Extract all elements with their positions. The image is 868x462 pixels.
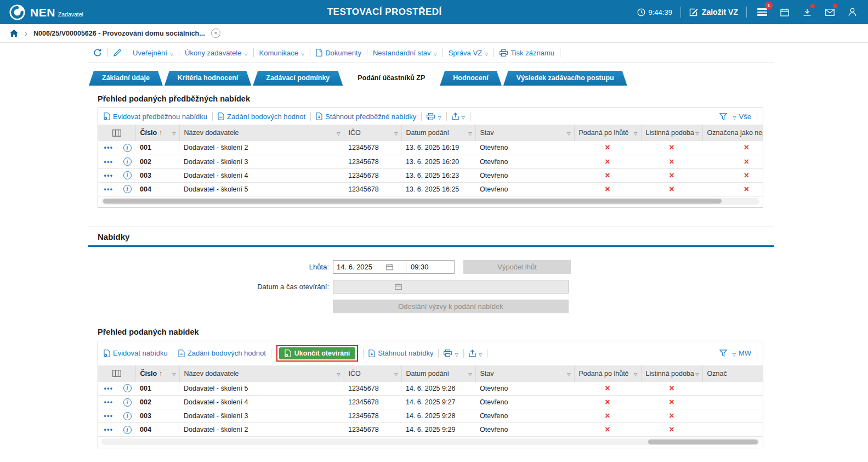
enter-points-button[interactable]: Zadání bodových hodnot bbox=[178, 349, 266, 357]
table-row[interactable]: 003 Dodavatel - školení 4 12345678 13. 6… bbox=[98, 168, 763, 182]
filter-arrow-icon[interactable] bbox=[695, 129, 699, 137]
column-settings-button[interactable] bbox=[98, 129, 135, 137]
menu-sprava-vz[interactable]: Správa VZ bbox=[449, 48, 489, 57]
row-menu-button[interactable] bbox=[104, 398, 113, 406]
table-row[interactable]: 004 Dodavatel - školení 2 12345678 14. 6… bbox=[98, 423, 763, 437]
row-menu-button[interactable] bbox=[104, 426, 113, 433]
downloads-button[interactable] bbox=[800, 5, 814, 19]
menu-komunikace[interactable]: Komunikace bbox=[259, 48, 305, 57]
menu-uverejneni[interactable]: Uveřejnění bbox=[133, 48, 173, 57]
col-header-oznacena[interactable]: Označ bbox=[702, 365, 763, 382]
deadline-date-input[interactable] bbox=[337, 263, 384, 271]
filter-arrow-icon[interactable] bbox=[468, 129, 472, 137]
table-row[interactable]: 002 Dodavatel - školení 4 12345678 14. 6… bbox=[98, 396, 763, 409]
print-table-button[interactable] bbox=[444, 349, 458, 358]
opening-datetime-field[interactable] bbox=[333, 280, 569, 294]
col-header-podana-po-lhute[interactable]: Podaná po lhůtě bbox=[574, 365, 641, 382]
info-icon[interactable] bbox=[123, 144, 132, 152]
filter-arrow-icon[interactable] bbox=[468, 370, 472, 378]
row-menu-button[interactable] bbox=[104, 385, 113, 392]
table-row[interactable]: 002 Dodavatel - školení 3 12345678 13. 6… bbox=[98, 155, 763, 168]
close-record-button[interactable] bbox=[211, 29, 220, 38]
menu-dokumenty[interactable]: Dokumenty bbox=[316, 49, 361, 57]
col-header-datum-podani[interactable]: Datum podání bbox=[401, 125, 475, 141]
filter-arrow-icon[interactable] bbox=[567, 129, 570, 137]
create-vz-button[interactable]: Založit VZ bbox=[689, 8, 738, 16]
download-bids-button[interactable]: Stáhnout nabídky bbox=[368, 349, 433, 357]
menu-ukony-zadavatele[interactable]: Úkony zadavatele bbox=[185, 48, 248, 57]
filter-arrow-icon[interactable] bbox=[172, 129, 175, 137]
col-header-nazev-dodavatele[interactable]: Název dodavatele bbox=[179, 365, 344, 382]
register-prelim-bid-button[interactable]: Evidovat předběžnou nabídku bbox=[104, 112, 207, 121]
col-header-datum-podani[interactable]: Datum podání bbox=[401, 365, 475, 382]
scrollbar-thumb[interactable] bbox=[103, 199, 722, 204]
menu-tisk-zaznamu[interactable]: Tisk záznamu bbox=[500, 49, 554, 57]
nen-logo[interactable]: NEN Zadavatel bbox=[9, 4, 83, 21]
tab-podani-ucastniku-zp[interactable]: Podání účastníků ZP bbox=[344, 71, 438, 86]
row-menu-button[interactable] bbox=[104, 144, 113, 151]
calendar-button[interactable] bbox=[778, 5, 792, 19]
home-button[interactable] bbox=[9, 29, 19, 37]
filter-arrow-icon[interactable] bbox=[394, 129, 398, 137]
col-header-stav[interactable]: Stav bbox=[475, 365, 574, 382]
enter-points-button[interactable]: Zadání bodových hodnot bbox=[218, 112, 305, 121]
table-row[interactable]: 001 Dodavatel - školení 2 12345678 13. 6… bbox=[98, 141, 763, 155]
row-menu-button[interactable] bbox=[104, 158, 113, 166]
table-row[interactable]: 004 Dodavatel - školení 5 12345678 13. 6… bbox=[98, 182, 763, 196]
end-opening-button[interactable]: Ukončit otevírání bbox=[279, 347, 355, 359]
tab-zadavaci-podminky[interactable]: Zadávací podmínky bbox=[253, 71, 343, 86]
row-menu-button[interactable] bbox=[104, 412, 113, 420]
breadcrumb-record[interactable]: N006/25/V00005626 - Provozování domu soc… bbox=[33, 30, 205, 37]
col-header-cislo[interactable]: Číslo bbox=[135, 125, 179, 141]
scrollbar-thumb[interactable] bbox=[648, 440, 758, 444]
download-prelim-bids-button[interactable]: Stáhnout předběžné nabídky bbox=[316, 112, 416, 121]
horizontal-scrollbar[interactable] bbox=[101, 438, 759, 445]
view-filter-select[interactable]: MW bbox=[733, 349, 751, 358]
info-icon[interactable] bbox=[123, 185, 132, 193]
info-icon[interactable] bbox=[123, 384, 132, 392]
register-bid-button[interactable]: Evidovat nabídku bbox=[104, 349, 168, 357]
tab-vysledek-zadavaciho-postupu[interactable]: Výsledek zadávacího postupu bbox=[503, 71, 627, 86]
col-header-ico[interactable]: IČO bbox=[344, 125, 401, 141]
horizontal-scrollbar[interactable] bbox=[101, 198, 759, 205]
col-header-listinna-podoba[interactable]: Listinná podoba bbox=[641, 125, 702, 141]
deadline-time-input[interactable] bbox=[411, 263, 444, 271]
menu-button[interactable]: 1 bbox=[755, 5, 769, 19]
edit-record-button[interactable] bbox=[114, 49, 121, 57]
filter-button[interactable] bbox=[719, 350, 727, 357]
info-icon[interactable] bbox=[123, 426, 132, 434]
table-row[interactable]: 003 Dodavatel - školení 3 12345678 14. 6… bbox=[98, 409, 763, 423]
calc-deadlines-button[interactable]: Výpočet lhůt bbox=[463, 260, 571, 274]
tab-hodnoceni[interactable]: Hodnocení bbox=[440, 71, 502, 86]
messages-button[interactable] bbox=[822, 5, 837, 19]
filter-arrow-icon[interactable] bbox=[337, 129, 340, 137]
col-header-oznacena[interactable]: Označena jako nep bbox=[702, 125, 763, 141]
filter-arrow-icon[interactable] bbox=[634, 370, 637, 378]
tab-zakladni-udaje[interactable]: Základní údaje bbox=[89, 71, 163, 86]
col-header-stav[interactable]: Stav bbox=[475, 125, 574, 141]
row-menu-button[interactable] bbox=[104, 172, 113, 179]
export-table-button[interactable] bbox=[469, 349, 482, 358]
filter-arrow-icon[interactable] bbox=[337, 370, 340, 378]
table-row[interactable]: 001 Dodavatel - školení 5 12345678 14. 6… bbox=[98, 382, 763, 396]
column-settings-button[interactable] bbox=[98, 370, 135, 377]
col-header-podana-po-lhute[interactable]: Podaná po lhůtě bbox=[574, 125, 641, 141]
send-invite-button[interactable]: Odeslání výzvy k podání nabídek bbox=[333, 300, 569, 313]
info-icon[interactable] bbox=[123, 157, 132, 166]
export-table-button[interactable] bbox=[452, 112, 465, 121]
filter-arrow-icon[interactable] bbox=[567, 370, 570, 378]
tab-kriteria-hodnoceni[interactable]: Kritéria hodnocení bbox=[164, 71, 251, 86]
profile-button[interactable] bbox=[845, 5, 859, 19]
filter-arrow-icon[interactable] bbox=[172, 370, 175, 378]
calendar-icon[interactable] bbox=[386, 263, 393, 271]
filter-arrow-icon[interactable] bbox=[695, 370, 699, 378]
row-menu-button[interactable] bbox=[104, 185, 113, 193]
filter-arrow-icon[interactable] bbox=[394, 370, 398, 378]
info-icon[interactable] bbox=[123, 171, 132, 179]
info-icon[interactable] bbox=[123, 412, 132, 420]
col-header-nazev-dodavatele[interactable]: Název dodavatele bbox=[179, 125, 344, 141]
info-icon[interactable] bbox=[123, 398, 132, 407]
col-header-cislo[interactable]: Číslo bbox=[135, 365, 179, 382]
menu-nestandardni-stav[interactable]: Nestandardní stav bbox=[373, 48, 437, 57]
filter-arrow-icon[interactable] bbox=[634, 129, 637, 137]
